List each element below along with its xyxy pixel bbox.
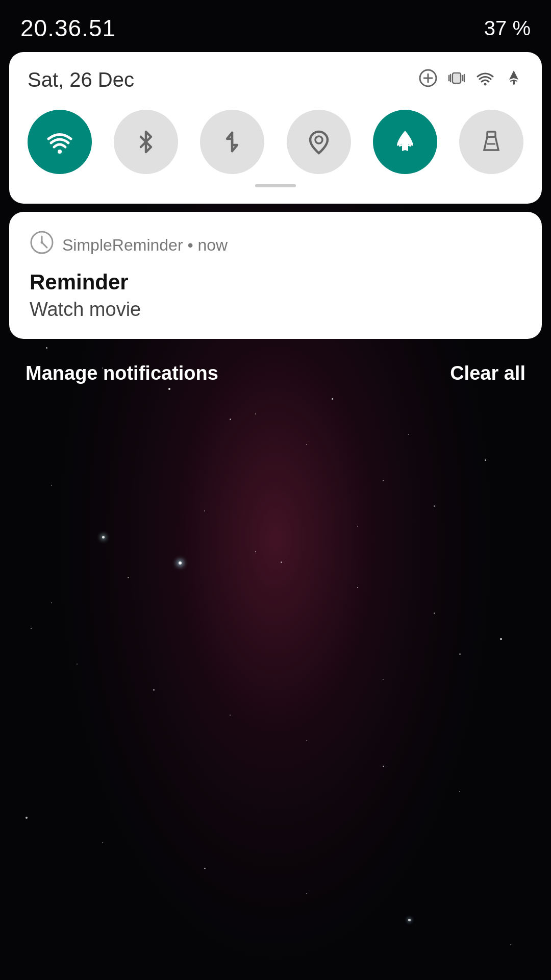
svg-point-9 <box>484 83 487 86</box>
svg-point-11 <box>58 150 62 154</box>
clear-all-button[interactable]: Clear all <box>450 357 525 389</box>
wifi-toggle[interactable] <box>28 110 92 174</box>
scroll-indicator <box>255 184 296 187</box>
data-transfer-toggle[interactable] <box>200 110 264 174</box>
screen-record-icon <box>418 68 438 91</box>
quick-settings-card: Sat, 26 Dec <box>9 52 542 204</box>
airplane-status-icon <box>504 68 523 91</box>
qs-status-icons <box>418 68 523 91</box>
notif-body: Watch movie <box>30 299 521 321</box>
svg-rect-10 <box>513 80 515 85</box>
status-battery: 37 % <box>484 17 531 40</box>
notif-title: Reminder <box>30 270 521 295</box>
wifi-status-icon <box>475 68 495 91</box>
notif-app-name: SimpleReminder • now <box>62 236 228 255</box>
manage-notifications-button[interactable]: Manage notifications <box>26 357 218 389</box>
notif-header: SimpleReminder • now <box>30 230 521 260</box>
bottom-actions: Manage notifications Clear all <box>0 347 551 400</box>
svg-point-12 <box>315 136 322 143</box>
bluetooth-toggle[interactable] <box>114 110 178 174</box>
qs-date: Sat, 26 Dec <box>28 68 134 91</box>
qs-toggles <box>28 110 523 174</box>
notification-card[interactable]: SimpleReminder • now Reminder Watch movi… <box>9 212 542 339</box>
airplane-toggle[interactable] <box>373 110 437 174</box>
status-time: 20.36.51 <box>20 14 116 42</box>
location-toggle[interactable] <box>287 110 351 174</box>
qs-header: Sat, 26 Dec <box>28 68 523 91</box>
reminder-icon <box>30 230 54 260</box>
status-bar: 20.36.51 37 % <box>0 0 551 52</box>
svg-rect-4 <box>454 74 460 82</box>
svg-point-18 <box>41 241 43 244</box>
vibrate-icon <box>447 68 466 91</box>
notification-panel: Sat, 26 Dec <box>9 52 542 339</box>
flashlight-toggle[interactable] <box>459 110 523 174</box>
